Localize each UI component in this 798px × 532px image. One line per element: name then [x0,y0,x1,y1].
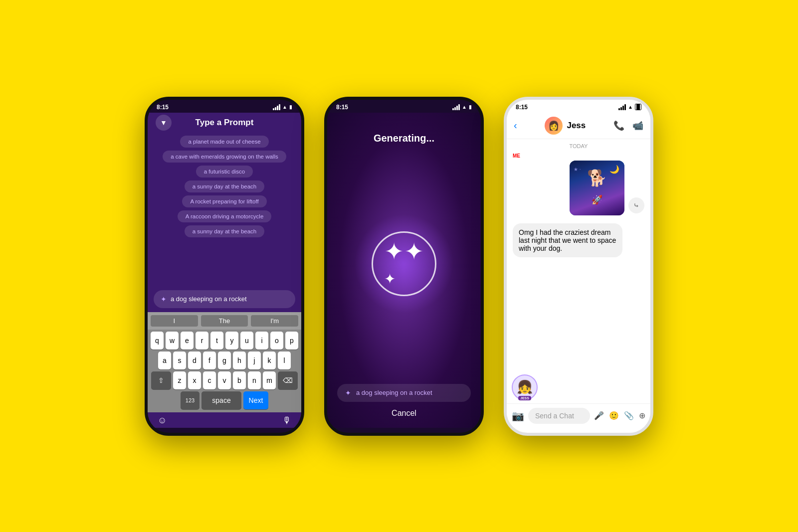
kb-row-1: q w e r t y u i o p [149,332,300,350]
key-l[interactable]: l [278,352,291,369]
key-n[interactable]: n [248,371,261,389]
key-delete[interactable]: ⌫ [278,371,298,389]
status-bar-3: 8:15 ▲ █ [507,100,650,113]
key-i[interactable]: i [255,332,268,350]
key-p[interactable]: p [285,332,298,350]
time-2: 8:15 [336,104,348,111]
cancel-button[interactable]: Cancel [337,409,471,418]
key-s[interactable]: s [173,352,186,369]
chat-messages: TODAY ME 🐕🚀 🌙 ★ · ⤷ Omg I had the crazie… [507,139,650,371]
video-icon[interactable]: 📹 [632,120,643,131]
key-y[interactable]: y [225,332,238,350]
signal-icon-1 [273,104,280,110]
key-a[interactable]: a [158,352,171,369]
share-button[interactable]: ⤷ [628,197,644,213]
prompt-input-area[interactable]: ✦ a dog sleeping on a rocket [154,290,295,308]
key-c[interactable]: c [203,371,216,389]
key-x[interactable]: x [188,371,201,389]
key-q[interactable]: q [151,332,164,350]
prompt-input-text[interactable]: a dog sleeping on a rocket [171,295,288,303]
sender-label: ME [513,153,644,159]
chat-actions: 📞 📹 [613,120,643,131]
time-3: 8:15 [516,104,528,111]
chat-input-field[interactable]: Send a Chat [528,408,590,424]
back-button[interactable]: ‹ [514,120,517,131]
chevron-down-button[interactable]: ▼ [156,115,172,131]
key-t[interactable]: t [210,332,223,350]
sparkle-icon: ✦ [161,295,167,303]
bitmoji-avatar[interactable]: 👧 JESS [512,374,538,400]
key-f[interactable]: f [203,352,216,369]
key-k[interactable]: k [263,352,276,369]
suggestion-4[interactable]: a sunny day at the beach [185,180,265,192]
chat-date: TODAY [513,143,644,149]
phone-icon[interactable]: 📞 [613,120,624,131]
key-e[interactable]: e [181,332,194,350]
wifi-icon-1: ▲ [282,104,287,110]
suggestion-2[interactable]: a cave with emeralds growing on the wall… [163,151,286,163]
key-v[interactable]: v [218,371,231,389]
kb-bottom-row: 123 space Next [149,391,300,409]
bitmoji-area: 👧 JESS [507,371,650,403]
contact-name: Jess [567,121,586,131]
next-button[interactable]: Next [243,391,268,409]
generating-screen: Generating... ✦✦✦ ✦ a dog sleeping on a … [327,113,481,428]
key-j[interactable]: j [248,352,261,369]
battery-icon-3: █ [635,104,641,110]
key-r[interactable]: r [196,332,208,350]
ai-generated-image[interactable]: 🐕🚀 🌙 ★ · [570,161,624,215]
microphone-icon[interactable]: 🎙 [282,415,291,426]
wifi-icon-2: ▲ [462,104,467,110]
kb-row-2: a s d f g h j k l [149,352,300,369]
suggestion-3[interactable]: a futuristic disco [196,166,253,177]
emoji-icon[interactable]: ☺ [158,415,167,426]
wifi-icon-3: ▲ [628,104,633,110]
gen-sparkle-icon: ✦ [345,389,351,397]
key-d[interactable]: d [188,352,201,369]
key-u[interactable]: u [240,332,253,350]
gen-prompt-text: a dog sleeping on a rocket [356,389,432,396]
signal-icon-3 [618,104,626,110]
status-bar-1: 8:15 ▲ ▮ [148,100,301,113]
suggestion-5[interactable]: A rocket preparing for liftoff [182,195,266,207]
key-g[interactable]: g [218,352,231,369]
text-message-row: Omg I had the craziest dream last night … [513,219,644,257]
camera-icon[interactable]: 📷 [512,410,524,422]
kb-suggest-3[interactable]: I'm [251,315,298,327]
key-b[interactable]: b [233,371,246,389]
chat-user-info: 👩 Jess [545,117,586,135]
keyboard[interactable]: I The I'm q w e r t y u i o p a [148,312,301,412]
prompt-header: ▼ Type a Prompt [148,113,301,133]
keyboard-suggestions: I The I'm [148,312,301,330]
kb-suggest-2[interactable]: The [201,315,248,327]
sticker-icon-chat[interactable]: 📎 [624,411,634,420]
generating-title: Generating... [374,133,434,144]
kb-suggest-1[interactable]: I [151,315,198,327]
signal-icon-2 [452,104,460,110]
suggestion-1[interactable]: a planet made out of cheese [180,136,268,148]
suggestion-6[interactable]: A raccoon driving a motorcycle [178,210,272,222]
emoji-icon-chat[interactable]: 🙂 [609,411,619,420]
gen-prompt-bar: ✦ a dog sleeping on a rocket [337,384,471,402]
key-o[interactable]: o [270,332,283,350]
sparkle-container: ✦✦✦ [364,224,444,304]
prompt-screen: ▼ Type a Prompt a planet made out of che… [148,113,301,428]
chat-input-icons: 🎤 🙂 📎 ⊕ [594,411,645,420]
suggestion-7[interactable]: a sunny day at the beach [185,225,265,237]
phone-home-row: ☺ 🎙 [148,412,301,428]
chat-input-bar: 📷 Send a Chat 🎤 🙂 📎 ⊕ [507,403,650,428]
add-icon-chat[interactable]: ⊕ [639,411,645,420]
bitmoji-label: JESS [518,396,531,400]
key-123[interactable]: 123 [181,391,200,409]
key-w[interactable]: w [166,332,179,350]
key-z[interactable]: z [173,371,186,389]
key-h[interactable]: h [233,352,246,369]
chat-header: ‹ 👩 Jess 📞 📹 [507,113,650,139]
microphone-icon-chat[interactable]: 🎤 [594,411,604,420]
key-shift[interactable]: ⇧ [151,371,171,389]
time-1: 8:15 [157,104,169,111]
phone-2: 8:15 ▲ ▮ Generating... ✦✦✦ ✦ a dog sleep… [324,97,484,436]
phone-1: 8:15 ▲ ▮ ▼ Type a Prompt a planet made o… [145,97,304,436]
key-space[interactable]: space [201,391,241,409]
key-m[interactable]: m [263,371,276,389]
